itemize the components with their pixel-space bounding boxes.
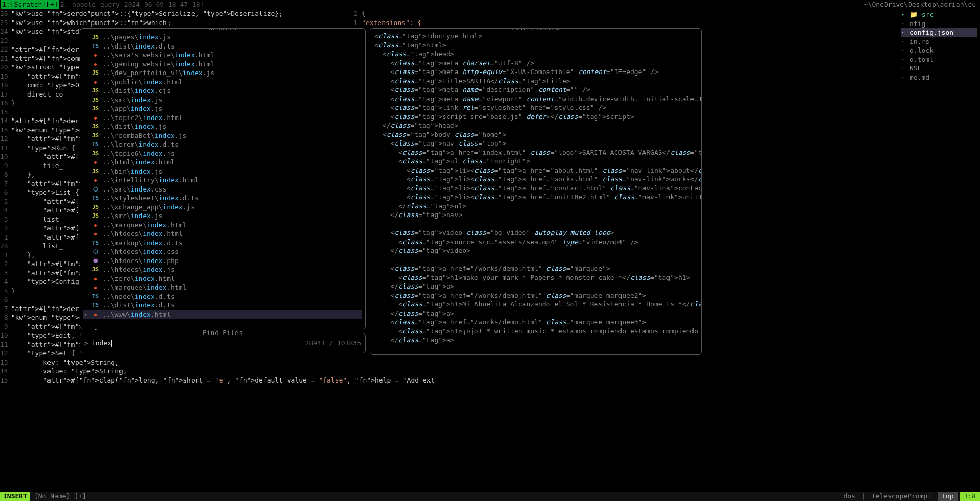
- line-num: 1: [347, 18, 357, 28]
- file-icon: ⬡: [91, 185, 100, 194]
- file-path: ..\intellitry\index.html: [103, 176, 199, 185]
- file-path: ..\sara's website\index.html: [103, 51, 214, 60]
- result-row[interactable]: TS..\node\index.d.ts: [83, 292, 362, 301]
- result-row[interactable]: JS..\pages\index.js: [83, 33, 362, 42]
- file-icon: JS: [91, 122, 100, 131]
- result-row[interactable]: JS..\dist\index.cjs: [83, 86, 362, 96]
- file-icon: JS: [91, 33, 100, 42]
- result-row[interactable]: ⬣..\htdocs\index.php: [83, 256, 362, 266]
- file-icon: ◆: [91, 283, 100, 292]
- file-icon: ·: [901, 37, 907, 46]
- tree-item[interactable]: ·o.lock: [901, 46, 977, 55]
- result-row[interactable]: ◆..\topic2\index.html: [83, 113, 362, 123]
- code-text: "extensions": {: [362, 19, 421, 27]
- find-title: Find Files: [200, 328, 246, 338]
- file-icon: ◆: [91, 229, 100, 238]
- file-path: ..\htdocs\index.html: [103, 229, 183, 238]
- result-row[interactable]: JS..\dev_portfolio_v1\index.js: [83, 68, 362, 78]
- file-path: ..\public\index.html: [103, 78, 183, 87]
- tab-inactive[interactable]: 2: noodle-query-2024-06-09-18-47-18]: [59, 0, 205, 9]
- file-path: ..\src\index.css: [103, 185, 166, 194]
- file-path: ..\src\index.js: [103, 96, 162, 105]
- breadcrumb: ~\OneDrive\Desktop\adrian\cu: [864, 0, 976, 9]
- file-path: ..\node\index.d.ts: [103, 292, 175, 301]
- result-row[interactable]: TS..\dist\index.d.ts: [83, 301, 362, 310]
- fileformat: dos: [839, 492, 859, 501]
- result-row[interactable]: JS..\app\index.js: [83, 104, 362, 113]
- file-icon: TS: [91, 292, 100, 301]
- scroll-pos: Top: [938, 492, 958, 501]
- result-row[interactable]: JS..\dist\index.js: [83, 122, 362, 131]
- result-row[interactable]: JS..\htdocs\index.js: [83, 265, 362, 274]
- filetype: TelescopePrompt: [868, 492, 936, 501]
- file-path: ..\src\index.js: [103, 211, 162, 221]
- result-row[interactable]: ◆..\zero\index.html: [83, 274, 362, 283]
- tab-active[interactable]: 1:[Scratch][+]: [1, 0, 59, 9]
- result-row[interactable]: ◆..\htdocs\index.html: [83, 229, 362, 238]
- tree-root[interactable]: ▾ 📁 src: [901, 10, 977, 19]
- preview-title: File Preview: [509, 28, 563, 33]
- line-num: 2: [347, 9, 357, 18]
- result-row[interactable]: ›◆..\www\index.html: [83, 310, 362, 319]
- file-path: ..\www\index.html: [103, 310, 171, 319]
- file-path: ..\app\index.js: [103, 104, 162, 113]
- file-path: ..\htdocs\index.php: [103, 256, 179, 266]
- file-icon: ⬡: [91, 247, 100, 256]
- result-row[interactable]: ◆..\gaming website\index.html: [83, 60, 362, 69]
- result-row[interactable]: JS..\roombaBot\index.js: [83, 131, 362, 140]
- file-path: ..\bin\index.js: [103, 167, 162, 176]
- result-row[interactable]: TS..\stylesheet\index.d.ts: [83, 194, 362, 203]
- file-icon: JS: [91, 104, 100, 113]
- tree-item[interactable]: ·nfig: [901, 19, 977, 29]
- file-path: ..\dist\index.d.ts: [103, 301, 175, 310]
- file-icon: ·: [901, 19, 907, 29]
- result-row[interactable]: ◆..\intellitry\index.html: [83, 176, 362, 185]
- code-text: {: [362, 10, 366, 17]
- result-row[interactable]: JS..\xchange_app\index.js: [83, 203, 362, 212]
- result-row[interactable]: JS..\bin\index.js: [83, 167, 362, 176]
- result-row[interactable]: TS..\lorem\index.d.ts: [83, 140, 362, 149]
- file-path: ..\dev_portfolio_v1\index.js: [103, 68, 214, 78]
- results-title: Results: [206, 28, 240, 33]
- tree-item[interactable]: ·config.json: [901, 28, 977, 37]
- tree-item[interactable]: ·me.md: [901, 73, 977, 82]
- folder-name: 📁 src: [910, 10, 934, 19]
- tree-item[interactable]: ·in.rs: [901, 37, 977, 46]
- file-tree[interactable]: ▾ 📁 src ·nfig·config.json·in.rs·o.lock·o…: [898, 9, 980, 83]
- search-input[interactable]: index: [91, 339, 112, 348]
- file-icon: JS: [91, 86, 100, 96]
- file-icon: TS: [91, 301, 100, 310]
- mode-indicator: INSERT: [0, 492, 30, 501]
- file-path: ..\htdocs\index.css: [103, 247, 179, 256]
- result-row[interactable]: ◆..\marquee\index.html: [83, 283, 362, 292]
- file-path: ..\roombaBot\index.js: [103, 131, 186, 140]
- file-path: ..\marquee\index.html: [103, 283, 186, 292]
- file-icon: ⬣: [91, 256, 100, 266]
- result-row[interactable]: TS..\markup\index.d.ts: [83, 238, 362, 248]
- tree-item[interactable]: ·o.toml: [901, 55, 977, 64]
- result-row[interactable]: JS..\src\index.js: [83, 211, 362, 221]
- result-row[interactable]: ◆..\sara's website\index.html: [83, 51, 362, 60]
- telescope-results[interactable]: Results JS..\pages\index.js TS..\dist\in…: [80, 28, 366, 329]
- file-path: ..\topic6\index.js: [103, 149, 175, 158]
- tree-item[interactable]: ·NSE: [901, 64, 977, 73]
- editor-right[interactable]: 2{ 1"extensions": {: [343, 9, 670, 27]
- file-path: ..\zero\index.html: [103, 274, 175, 283]
- file-icon: TS: [91, 140, 100, 149]
- telescope-prompt[interactable]: Find Files > index 28941 / 101835: [80, 333, 366, 353]
- result-row[interactable]: JS..\topic6\index.js: [83, 149, 362, 158]
- file-path: ..\dist\index.d.ts: [103, 42, 175, 51]
- result-row[interactable]: ◆..\public\index.html: [83, 78, 362, 87]
- result-row[interactable]: TS..\dist\index.d.ts: [83, 42, 362, 51]
- file-path: ..\htdocs\index.js: [103, 265, 175, 274]
- file-icon: TS: [91, 238, 100, 248]
- result-row[interactable]: JS..\src\index.js: [83, 96, 362, 105]
- result-row[interactable]: ⬡..\src\index.css: [83, 185, 362, 194]
- result-row[interactable]: ◆..\marquee\index.html: [83, 221, 362, 230]
- result-row[interactable]: ⬡..\htdocs\index.css: [83, 247, 362, 256]
- file-icon: JS: [91, 167, 100, 176]
- file-path: ..\marquee\index.html: [103, 221, 186, 230]
- file-icon: JS: [91, 203, 100, 212]
- file-icon: ◆: [91, 158, 100, 167]
- result-row[interactable]: ◆..\html\index.html: [83, 158, 362, 167]
